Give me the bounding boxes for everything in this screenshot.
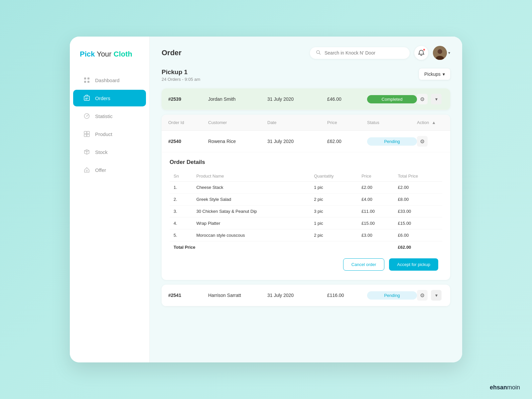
item-price: £4.00 — [357, 194, 394, 205]
sidebar-item-dashboard[interactable]: Dashboard — [73, 72, 146, 88]
order-date: 31 July 2020 — [267, 96, 327, 102]
statistic-icon — [83, 112, 90, 120]
item-sn: 4. — [170, 217, 192, 229]
details-header-row: Sn Product Name Quantatity Price Total P… — [170, 171, 442, 182]
content-area: Pickup 1 24 Orders - 9:05 am Pickups ▾ #… — [150, 65, 462, 362]
item-total: £8.00 — [394, 194, 442, 205]
pickup-subtitle: 24 Orders - 9:05 am — [162, 77, 200, 82]
item-total: £33.00 — [394, 205, 442, 217]
item-sn: 5. — [170, 229, 192, 241]
sidebar-item-product[interactable]: Product — [73, 126, 146, 142]
dashboard-icon — [83, 76, 90, 84]
order-table-header: Order Id Customer Date Price Status Acti… — [162, 115, 450, 131]
logo-pick: Pick — [80, 50, 95, 58]
item-name: Moroccan style couscous — [192, 229, 310, 241]
svg-rect-3 — [87, 81, 89, 83]
item-qty: 1 pic — [310, 217, 357, 229]
item-price: £2.00 — [357, 182, 394, 194]
col-quantity: Quantatity — [310, 171, 357, 182]
logo-cloth: Cloth — [114, 50, 132, 58]
col-order-id: Order Id — [168, 120, 208, 125]
accept-pickup-button[interactable]: Accept for pickup — [389, 258, 438, 271]
order-customer: Harrison Sarratt — [208, 293, 267, 298]
order-gear-button[interactable]: ⚙ — [417, 136, 428, 147]
sidebar-item-stock[interactable]: Stock — [73, 144, 146, 160]
sidebar-item-label: Stock — [95, 149, 108, 155]
search-icon — [316, 50, 321, 56]
sidebar-nav: Dashboard Orders — [70, 72, 149, 178]
order-customer: Jordan Smith — [208, 96, 267, 102]
watermark: ehsanmoin — [490, 384, 520, 391]
order-details: Order Details Sn Product Name Quantatity… — [162, 152, 450, 280]
sidebar-item-statistic[interactable]: Statistic — [73, 108, 146, 124]
order-id: #2539 — [168, 96, 208, 102]
svg-point-11 — [86, 170, 87, 171]
cancel-order-button[interactable]: Cancel order — [343, 258, 384, 271]
svg-rect-7 — [84, 131, 87, 134]
order-detail-actions: Cancel order Accept for pickup — [170, 253, 442, 273]
item-name: Wrap Platter — [192, 217, 310, 229]
col-date: Date — [267, 120, 327, 125]
details-table: Sn Product Name Quantatity Price Total P… — [170, 171, 442, 253]
svg-rect-10 — [87, 134, 90, 137]
page-title: Order — [162, 49, 182, 57]
total-value: £62.00 — [394, 241, 442, 253]
sidebar-item-label: Statistic — [95, 113, 113, 119]
offer-icon — [83, 166, 90, 174]
col-status: Status — [367, 120, 417, 125]
total-label: Total Price — [170, 241, 310, 253]
order-expand-button[interactable]: ▾ — [431, 94, 442, 104]
main-content: Order — [150, 37, 462, 362]
detail-row-1: 1. Cheese Stack 1 pic £2.00 £2.00 — [170, 182, 442, 194]
svg-rect-9 — [84, 134, 87, 137]
col-product-name: Product Name — [192, 171, 310, 182]
col-price: Price — [357, 171, 394, 182]
notification-dot — [423, 49, 425, 51]
item-name: Greek Style Salad — [192, 194, 310, 205]
avatar-chevron: ▾ — [448, 51, 450, 55]
sidebar-item-offer[interactable]: Offer — [73, 162, 146, 178]
svg-rect-8 — [87, 131, 90, 134]
notification-button[interactable] — [414, 46, 428, 60]
detail-row-2: 2. Greek Style Salad 2 pic £4.00 £8.00 — [170, 194, 442, 205]
order-row-2540[interactable]: #2540 Rowena Rice 31 July 2020 £62.00 Pe… — [162, 131, 450, 152]
pickup-title: Pickup 1 — [162, 68, 200, 76]
item-name: 30 Chicken Satay & Peanut Dip — [192, 205, 310, 217]
status-badge: Pending — [367, 291, 417, 300]
col-total-price: Total Price — [394, 171, 442, 182]
order-card-2541: #2541 Harrison Sarratt 31 July 2020 £116… — [162, 285, 450, 306]
item-qty: 1 pic — [310, 182, 357, 194]
sidebar-item-label: Product — [95, 131, 112, 137]
item-total: £2.00 — [394, 182, 442, 194]
status-badge: Pending — [367, 137, 417, 146]
order-details-title: Order Details — [170, 159, 442, 166]
order-actions: ⚙ ▾ — [417, 290, 444, 301]
order-date: 31 July 2020 — [267, 293, 327, 298]
svg-point-6 — [86, 116, 87, 117]
search-bar — [310, 47, 410, 59]
order-row-2539[interactable]: #2539 Jordan Smith 31 July 2020 £46.00 C… — [162, 88, 450, 110]
svg-point-14 — [438, 49, 442, 54]
sidebar-item-orders[interactable]: Orders — [73, 90, 146, 106]
sidebar: Pick Your Cloth Dashboard — [70, 37, 150, 362]
item-name: Cheese Stack — [192, 182, 310, 194]
order-gear-button[interactable]: ⚙ — [417, 94, 428, 104]
item-qty: 3 pic — [310, 205, 357, 217]
avatar-wrap[interactable]: ▾ — [433, 46, 450, 60]
detail-row-5: 5. Moroccan style couscous 2 pic £3.00 £… — [170, 229, 442, 241]
detail-row-4: 4. Wrap Platter 1 pic £15.00 £15.00 — [170, 217, 442, 229]
pickups-button[interactable]: Pickups ▾ — [419, 68, 450, 80]
pickup-info: Pickup 1 24 Orders - 9:05 am — [162, 68, 200, 82]
item-qty: 2 pic — [310, 194, 357, 205]
order-row-2541[interactable]: #2541 Harrison Sarratt 31 July 2020 £116… — [162, 285, 450, 306]
col-action-chevron: ▲ — [432, 120, 436, 125]
status-badge: Completed — [367, 95, 417, 103]
order-gear-button[interactable]: ⚙ — [417, 290, 428, 301]
order-expand-button[interactable]: ▾ — [431, 290, 442, 301]
item-sn: 2. — [170, 194, 192, 205]
order-card-2540: Order Id Customer Date Price Status Acti… — [162, 115, 450, 280]
stock-icon — [83, 148, 90, 156]
search-input[interactable] — [325, 50, 404, 56]
svg-rect-1 — [87, 77, 89, 79]
col-sn: Sn — [170, 171, 192, 182]
